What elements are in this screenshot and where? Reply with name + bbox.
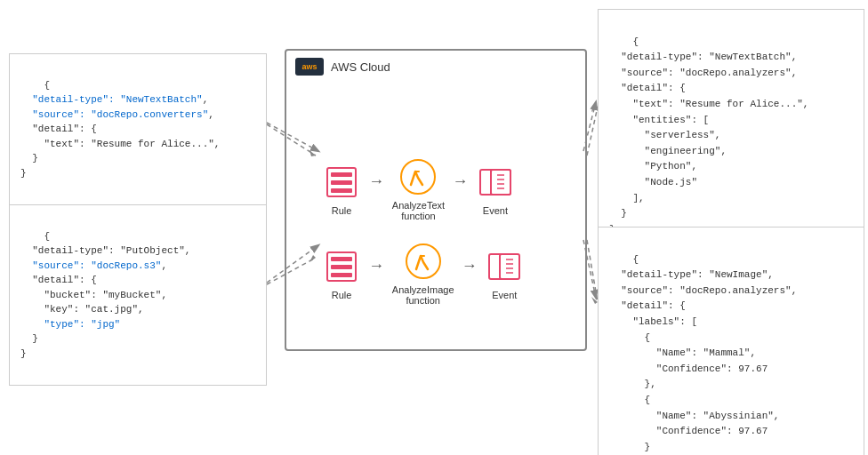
rule-label-top: Rule — [332, 205, 352, 216]
rule-item-bottom: Rule — [322, 247, 361, 300]
arrow-2-bottom: → — [465, 257, 475, 275]
svg-rect-14 — [331, 172, 352, 177]
lambda-label-top: AnalyzeText function — [392, 200, 445, 221]
diagram-container: { "detail-type": "NewTextBatch", "source… — [0, 0, 868, 455]
arrow-1-top: → — [372, 172, 382, 190]
aws-cloud-header: aws AWS Cloud — [295, 58, 390, 76]
output-top-text: { "detail-type": "NewTextBatch", "source… — [609, 36, 808, 235]
svg-marker-5 — [591, 105, 598, 112]
lambda-label-bottom: AnalyzeImage function — [392, 284, 454, 306]
svg-rect-15 — [331, 180, 352, 185]
event-label-top: Event — [483, 205, 508, 216]
event-item-top: Event — [476, 163, 515, 216]
lambda-item-top: AnalyzeText function — [392, 157, 445, 221]
lambda-item-bottom: AnalyzeImage function — [392, 242, 454, 306]
arrow-1-bottom: → — [372, 257, 382, 275]
input-box-top: { "detail-type": "NewTextBatch", "source… — [9, 53, 267, 205]
output-box-top: { "detail-type": "NewTextBatch", "source… — [598, 9, 864, 263]
rule-icon-top — [322, 163, 361, 202]
output-bottom-text: { "detail-type": "NewImage", "source": "… — [609, 254, 797, 455]
svg-rect-20 — [491, 170, 510, 195]
event-icon-top — [476, 163, 515, 202]
output-box-bottom: { "detail-type": "NewImage", "source": "… — [598, 227, 864, 455]
rule-item-top: Rule — [322, 163, 361, 216]
rule-label-bottom: Rule — [332, 290, 352, 300]
lambda-icon-top — [398, 157, 438, 196]
input-box-bottom: { "detail-type": "PutObject", "source": … — [9, 204, 267, 386]
flow-row-bottom: Rule → AnalyzeImage function — [322, 242, 524, 306]
svg-rect-32 — [500, 254, 519, 279]
event-label-bottom: Event — [492, 290, 517, 300]
event-icon-bottom — [485, 247, 524, 286]
input-top-text: { "detail-type": "NewTextBatch", "source… — [20, 80, 220, 179]
aws-logo: aws — [295, 58, 324, 76]
event-item-bottom: Event — [485, 247, 524, 300]
lambda-icon-bottom — [404, 242, 443, 281]
svg-marker-7 — [591, 297, 598, 304]
svg-rect-27 — [331, 257, 352, 261]
aws-cloud-label: AWS Cloud — [331, 60, 390, 74]
arrow-2-top: → — [455, 172, 465, 190]
rule-icon-bottom — [322, 247, 361, 286]
input-bottom-text: { "detail-type": "PutObject", "source": … — [20, 231, 190, 359]
svg-rect-28 — [331, 265, 352, 269]
svg-line-6 — [587, 240, 598, 302]
aws-cloud-box: aws AWS Cloud Rule → — [285, 49, 587, 351]
svg-line-4 — [587, 107, 598, 156]
svg-rect-16 — [331, 188, 352, 193]
svg-rect-29 — [331, 273, 352, 277]
flow-row-top: Rule → AnalyzeText function — [322, 157, 515, 221]
